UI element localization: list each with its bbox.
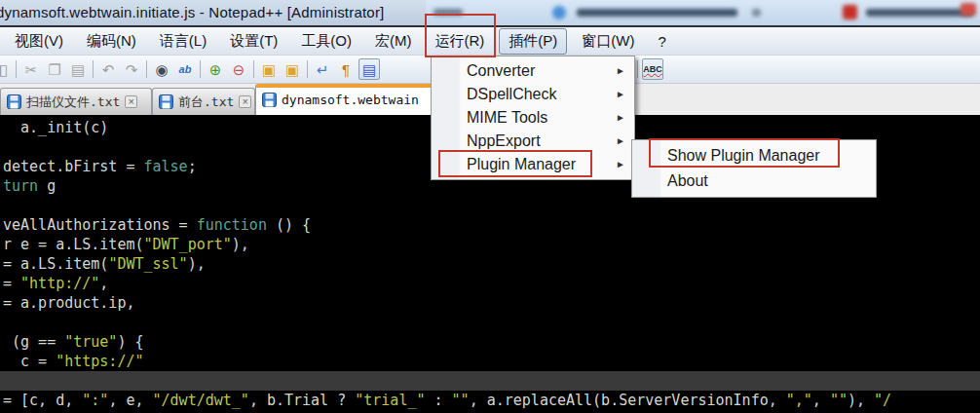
- find-icon[interactable]: ◉: [151, 58, 172, 80]
- menu-item-macro[interactable]: 宏(M): [366, 29, 421, 54]
- submenu-arrow-icon: ►: [616, 153, 625, 176]
- code-token: = [c, d,: [3, 392, 82, 409]
- code-token: "/dwt/dwt_": [153, 392, 249, 409]
- code-token: r e = a.LS.item(: [3, 236, 144, 253]
- saved-file-icon: [7, 94, 21, 109]
- menu-item-plugins[interactable]: 插件(P): [499, 28, 567, 55]
- code-token: =: [3, 275, 20, 292]
- plugin-submenu-item-label: About: [667, 172, 708, 189]
- annotation-box-plugins-menu: [425, 14, 496, 57]
- code-token: (g ==: [3, 333, 64, 351]
- saved-file-icon: [159, 94, 173, 109]
- code-token: :: [426, 392, 452, 409]
- tab-label: 前台.txt: [178, 94, 234, 111]
- spell-check-icon[interactable]: ABC: [642, 58, 663, 80]
- code-token: ,: [99, 275, 108, 292]
- tab-2[interactable]: 前台.txt×: [152, 88, 255, 115]
- menu-item-help[interactable]: ?: [649, 30, 674, 53]
- code-token: "": [452, 392, 470, 409]
- code-token: a._init(c): [3, 119, 108, 136]
- tab-close-icon[interactable]: ×: [239, 95, 251, 108]
- code-line: = [c, d, ":", e, "/dwt/dwt_", b.Trial ? …: [3, 391, 980, 410]
- sync-vertical-scroll-icon-glyph: ▣: [262, 62, 276, 77]
- browser-tab-favicon-blue: [552, 6, 566, 19]
- plugins-menu-item-label: DSpellCheck: [467, 86, 556, 102]
- code-token: "DWT_ssl": [108, 255, 187, 273]
- undo-icon: ↶: [97, 58, 119, 80]
- code-token: function: [197, 216, 267, 234]
- undo-icon-glyph: ↶: [102, 62, 115, 77]
- code-token: ),: [848, 392, 874, 409]
- redo-icon: ↷: [121, 58, 142, 80]
- cut-icon: ✂: [20, 58, 42, 80]
- code-token: "/: [874, 392, 891, 409]
- redo-icon-glyph: ↷: [126, 62, 138, 77]
- zoom-out-icon-glyph: ⊖: [233, 62, 245, 77]
- code-line: [3, 313, 980, 332]
- plugins-menu-item-label: MIME Tools: [467, 109, 547, 126]
- plugins-menu-item-mime-tools[interactable]: MIME Tools►: [432, 106, 634, 130]
- spell-check-icon-glyph: ABC: [643, 65, 662, 74]
- toolbar-separator: [93, 60, 94, 78]
- menu-item-tools[interactable]: 工具(O): [292, 29, 360, 54]
- submenu-arrow-icon: ►: [616, 83, 625, 106]
- indent-guide-icon[interactable]: ▤: [358, 58, 380, 80]
- tab-label: dynamsoft.webtwain: [282, 93, 419, 107]
- code-token: g: [38, 177, 56, 195]
- code-token: turn: [3, 177, 38, 195]
- paste-icon: ▤: [67, 58, 89, 80]
- toolbar-separator: [146, 60, 147, 78]
- zoom-in-icon[interactable]: ⊕: [205, 58, 226, 80]
- zoom-in-icon-glyph: ⊕: [209, 62, 222, 77]
- sync-horizontal-scroll-icon-glyph: ▣: [285, 62, 299, 77]
- word-wrap-icon[interactable]: ↵: [312, 58, 333, 80]
- code-token: "https://": [56, 353, 143, 370]
- code-token: , e,: [108, 392, 152, 409]
- code-token: = a.LS.item(: [3, 255, 108, 273]
- tab-1[interactable]: 扫描仪文件.txt×: [0, 88, 152, 115]
- browser-tab-favicon-red: [843, 5, 857, 19]
- code-line: c = "https://": [3, 352, 980, 371]
- code-token: ":": [82, 392, 108, 409]
- submenu-arrow-icon: ►: [616, 106, 625, 130]
- plugin-submenu-item-about[interactable]: About: [632, 169, 876, 194]
- menu-item-window[interactable]: 窗口(W): [573, 29, 643, 54]
- menu-item-view[interactable]: 视图(V): [6, 29, 72, 54]
- toolbar-separator: [307, 60, 308, 78]
- submenu-arrow-icon: ►: [616, 130, 625, 153]
- zoom-out-icon[interactable]: ⊖: [228, 58, 249, 80]
- menu-item-language[interactable]: 语言(L): [151, 29, 215, 54]
- code-token: ) {: [117, 333, 143, 351]
- cut-icon-glyph: ✂: [25, 62, 38, 77]
- sync-horizontal-scroll-icon[interactable]: ▣: [282, 58, 303, 80]
- show-all-characters-icon[interactable]: ¶: [335, 58, 357, 80]
- tab-3[interactable]: dynamsoft.webtwain: [255, 84, 446, 115]
- replace-icon-glyph: ab: [179, 64, 192, 75]
- code-token: , b.Trial ?: [249, 392, 355, 409]
- tab-close-icon[interactable]: ×: [125, 95, 137, 108]
- menu-item-encoding[interactable]: 编码(N): [78, 29, 145, 54]
- toolbar-separator: [637, 60, 638, 78]
- word-wrap-icon-glyph: ↵: [317, 62, 329, 77]
- code-token: "http://": [20, 275, 99, 292]
- code-line: (g == "true") {: [3, 332, 980, 352]
- code-line: = a.LS.item("DWT_ssl"),: [3, 254, 980, 274]
- code-line: veAllAuthorizations = function () {: [3, 215, 980, 235]
- code-token: ),: [232, 236, 249, 253]
- sync-vertical-scroll-icon[interactable]: ▣: [258, 58, 280, 80]
- plugins-menu-item-dspellcheck[interactable]: DSpellCheck►: [432, 83, 634, 106]
- replace-icon[interactable]: ab: [174, 58, 196, 80]
- annotation-box-show-plugin-manager: [649, 138, 840, 168]
- find-icon-glyph: ◉: [155, 62, 168, 77]
- code-line: = "http://",: [3, 274, 980, 293]
- code-token: veAllAuthorizations =: [3, 216, 197, 234]
- annotation-box-plugin-manager: [438, 150, 592, 177]
- code-line: r e = a.LS.item("DWT_port"),: [3, 235, 980, 254]
- background-browser-tabbar: [426, 0, 980, 25]
- plugins-menu-item-converter[interactable]: Converter►: [432, 59, 634, 83]
- menu-item-settings[interactable]: 设置(T): [221, 29, 286, 54]
- print-icon-glyph: ◧: [0, 62, 8, 77]
- code-token: detect.bFirst =: [3, 158, 144, 175]
- title-bar: dynamsoft.webtwain.initiate.js - Notepad…: [0, 0, 426, 25]
- copy-icon-glyph: ❐: [48, 62, 60, 77]
